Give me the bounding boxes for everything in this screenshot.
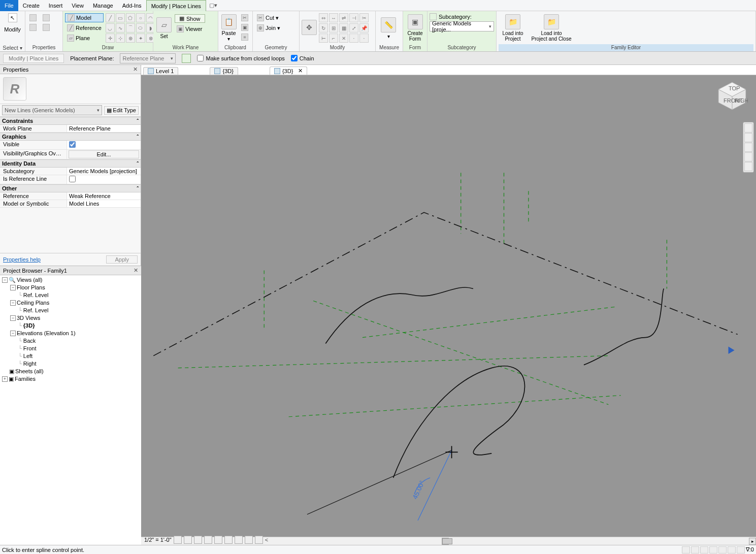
- properties-close-icon[interactable]: ✕: [133, 66, 138, 73]
- split-icon[interactable]: ✂: [359, 13, 369, 22]
- ellipse-icon[interactable]: ⬭: [136, 23, 145, 32]
- status-icon-4[interactable]: [709, 546, 717, 553]
- status-icon-6[interactable]: [728, 546, 736, 553]
- status-icon-5[interactable]: [718, 546, 727, 553]
- props-btn-1[interactable]: [27, 13, 39, 22]
- close-tab-icon[interactable]: ✕: [298, 68, 303, 74]
- elev-right-node[interactable]: └ Right: [2, 360, 139, 368]
- extend-icon[interactable]: ⊢: [319, 34, 328, 43]
- modify-place-lines-tab[interactable]: Modify | Place Lines: [146, 0, 206, 11]
- floorplans-node[interactable]: − Floor Plans: [2, 284, 139, 291]
- sheets-node[interactable]: ▣ Sheets (all): [2, 368, 139, 375]
- browser-close-icon[interactable]: ✕: [134, 267, 138, 274]
- status-icon-2[interactable]: [691, 546, 699, 553]
- reflevel-cp-node[interactable]: └ Ref. Level: [2, 307, 139, 314]
- zoom-icon[interactable]: [744, 143, 752, 152]
- reference-line-button[interactable]: ╱Reference: [65, 23, 104, 32]
- spline-icon[interactable]: ∿: [116, 23, 125, 32]
- sunpath-icon[interactable]: [194, 536, 202, 544]
- circle-icon[interactable]: ○: [136, 13, 145, 22]
- is-ref-line-row[interactable]: Is Reference Line: [0, 175, 141, 184]
- ceilingplans-node[interactable]: − Ceiling Plans: [2, 299, 139, 307]
- addins-tab[interactable]: Add-Ins: [118, 0, 146, 11]
- status-icon-7[interactable]: [737, 546, 745, 553]
- visible-checkbox[interactable]: [69, 141, 76, 148]
- 3d-item-node[interactable]: └ {3D}: [2, 322, 139, 330]
- is-ref-checkbox[interactable]: [69, 176, 76, 182]
- lock-icon[interactable]: [235, 536, 243, 544]
- set-workplane-button[interactable]: ▱Set: [155, 13, 173, 43]
- pick-icon[interactable]: ✛: [106, 34, 115, 43]
- families-node[interactable]: + ▣ Families: [2, 375, 139, 383]
- workplane-viewer-button[interactable]: ▣Viewer: [175, 24, 205, 34]
- apply-button[interactable]: Apply: [106, 255, 138, 264]
- subcat-dropdown[interactable]: Generic Models [proje...: [430, 21, 494, 31]
- offset-icon[interactable]: ↔: [329, 13, 338, 22]
- arc2-icon[interactable]: ◡: [106, 23, 115, 32]
- constraints-header[interactable]: Constraintsˆ: [0, 117, 141, 125]
- status-icon-3[interactable]: [700, 546, 708, 553]
- copy-icon[interactable]: ⊞: [329, 23, 338, 32]
- cut-clip-button[interactable]: ✂: [239, 13, 250, 22]
- status-icon-1[interactable]: [682, 546, 690, 553]
- insert-tab[interactable]: Insert: [44, 0, 68, 11]
- delete-icon[interactable]: ✕: [339, 34, 348, 43]
- reflevel-fp-node[interactable]: └ Ref. Level: [2, 291, 139, 299]
- views-node[interactable]: − 🔍 Views (all): [2, 276, 139, 284]
- props-btn-3[interactable]: [41, 13, 52, 22]
- ribbon-extras-icon[interactable]: ▢▾: [206, 2, 220, 9]
- viewcube[interactable]: FRONT RIGHT TOP: [716, 80, 748, 112]
- corner-icon[interactable]: ⌐: [329, 34, 338, 43]
- reveal-icon[interactable]: [255, 536, 263, 544]
- other-header[interactable]: Otherˆ: [0, 184, 141, 192]
- fullnav-icon[interactable]: [744, 123, 752, 133]
- mirror-icon[interactable]: ⇌: [339, 13, 348, 22]
- visual-style-icon[interactable]: [184, 536, 192, 544]
- temporary-hide-icon[interactable]: [245, 536, 253, 544]
- pick4-icon[interactable]: ✦: [136, 34, 145, 43]
- measure-button[interactable]: 📏▾: [378, 13, 399, 43]
- props-btn-2[interactable]: [27, 23, 39, 32]
- 3dviews-node[interactable]: − 3D Views: [2, 314, 139, 322]
- pick3-icon[interactable]: ⊕: [126, 34, 135, 43]
- crop-region-icon[interactable]: [224, 536, 233, 544]
- workplane-picker-icon[interactable]: [182, 54, 191, 63]
- reference-row[interactable]: ReferenceWeak Reference: [0, 192, 141, 200]
- shadows-icon[interactable]: [204, 536, 212, 544]
- match-button[interactable]: ≡: [239, 32, 250, 42]
- scale-icon[interactable]: ⤢: [349, 23, 358, 32]
- pick2-icon[interactable]: ⊹: [116, 34, 125, 43]
- elev-back-node[interactable]: └ Back: [2, 337, 139, 345]
- props-btn-4[interactable]: [41, 23, 52, 32]
- identity-header[interactable]: Identity Dataˆ: [0, 159, 141, 168]
- edit-type-button[interactable]: ▦Edit Type: [104, 106, 139, 115]
- copy-clip-button[interactable]: ▣: [239, 23, 250, 32]
- reference-plane-button[interactable]: ▱Plane: [65, 34, 104, 43]
- create-form-button[interactable]: ▣Create Form: [405, 13, 425, 43]
- elev-front-node[interactable]: └ Front: [2, 345, 139, 352]
- array-icon[interactable]: ▦: [339, 23, 348, 32]
- viewtab-level1[interactable]: Level 1: [143, 67, 178, 75]
- surface-checkbox[interactable]: Make surface from closed loops: [197, 55, 284, 61]
- cursor-icon[interactable]: ↖: [8, 13, 17, 22]
- show-workplane-button[interactable]: ▦Show: [175, 14, 205, 23]
- line-icon[interactable]: ╱: [106, 13, 115, 22]
- modify-button[interactable]: Modify: [4, 26, 20, 32]
- nav-bar[interactable]: [743, 122, 754, 173]
- pin-icon[interactable]: 📌: [359, 23, 369, 32]
- move-button[interactable]: ✥: [302, 13, 317, 42]
- file-tab[interactable]: File: [0, 0, 18, 11]
- look-icon[interactable]: [744, 162, 752, 171]
- orbit-icon[interactable]: [744, 152, 752, 161]
- type-selector-dropdown[interactable]: New Lines (Generic Models): [2, 105, 102, 115]
- subcategory-row[interactable]: SubcategoryGeneric Models [projection]: [0, 168, 141, 175]
- load-into-project-close-button[interactable]: 📁Load into Project and Close: [529, 13, 574, 43]
- trim-icon[interactable]: ⊣: [349, 13, 358, 22]
- chain-checkbox[interactable]: Chain: [291, 55, 314, 61]
- scale-display[interactable]: 1/2" = 1'-0": [144, 537, 172, 543]
- manage-tab[interactable]: Manage: [88, 0, 118, 11]
- g1-icon[interactable]: ·: [349, 34, 358, 43]
- rect-icon[interactable]: ▭: [116, 13, 125, 22]
- viewtab-3d-1[interactable]: {3D}: [210, 67, 238, 75]
- create-tab[interactable]: Create: [18, 0, 44, 11]
